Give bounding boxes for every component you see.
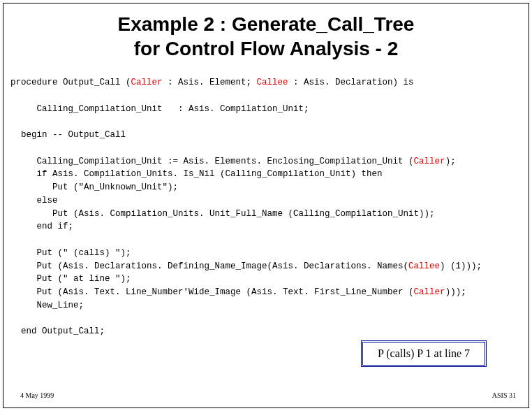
code-line: ))); [445,287,466,297]
title-line-2: for Control Flow Analysis - 2 [134,38,399,59]
code-line: New_Line; [10,301,84,310]
code-line: procedure Output_Call ( [10,78,131,87]
footer-page: ASIS 31 [492,391,516,399]
code-line: ); [445,157,456,166]
code-line: else [10,196,58,206]
code-line: Calling_Compilation_Unit := Asis. Elemen… [10,157,414,166]
code-line: Put (Asis. Declarations. Defining_Name_I… [10,261,408,271]
code-line: : Asis. Declaration) is [288,78,414,87]
code-line: Put (Asis. Text. Line_Number'Wide_Image … [10,287,414,297]
code-line: if Asis. Compilation_Units. Is_Nil (Call… [10,169,383,179]
code-line: Put (Asis. Compilation_Units. Unit_Full_… [10,209,435,219]
slide-title: Example 2 : Generate_Call_Tree for Contr… [10,12,522,61]
title-line-1: Example 2 : Generate_Call_Tree [118,13,415,35]
code-line: begin -- Output_Call [10,130,126,140]
output-callout: P (calls) P 1 at line 7 [361,340,487,367]
footer-date: 4 May 1999 [20,391,54,399]
code-line: Put (" (calls) "); [10,248,131,258]
code-line: Put ("An_Unknown_Unit"); [10,182,178,192]
slide-container: Example 2 : Generate_Call_Tree for Contr… [3,3,529,408]
code-highlight-caller: Caller [414,287,445,297]
code-line: : Asis. Element; [163,78,257,87]
code-highlight-callee: Callee [257,78,288,87]
code-highlight-callee: Callee [408,261,440,271]
code-block: procedure Output_Call (Caller : Asis. El… [10,76,522,338]
code-line: end if; [10,222,73,231]
code-line: end Output_Call; [10,326,105,336]
code-line: ) (1))); [440,261,482,271]
code-highlight-caller: Caller [131,78,163,87]
callout-text: P (calls) P 1 at line 7 [378,347,470,359]
code-line: Put (" at line "); [10,274,131,284]
code-line: Calling_Compilation_Unit : Asis. Compila… [10,104,309,114]
code-highlight-caller: Caller [414,157,445,166]
